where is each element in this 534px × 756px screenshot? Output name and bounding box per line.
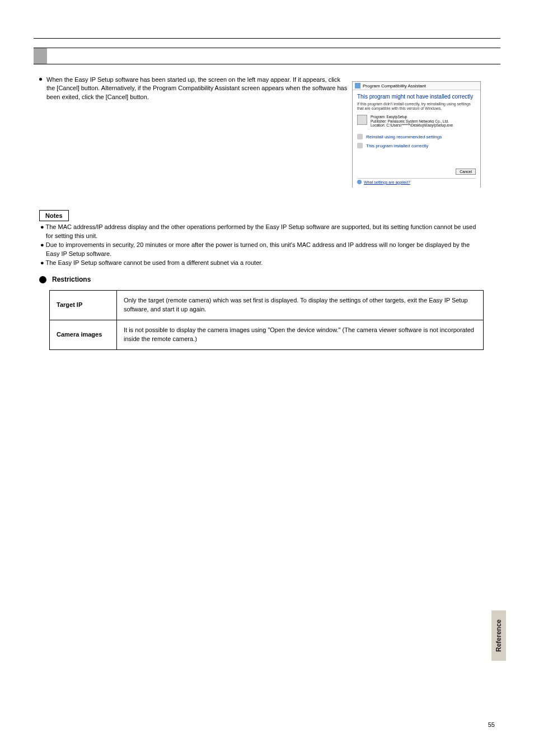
compat-option-installed[interactable]: This program installed correctly — [357, 141, 476, 150]
compat-subtext: If this program didn't install correctly… — [357, 102, 476, 111]
section-header-gray-box — [34, 48, 47, 64]
side-tab-label: Reference — [495, 619, 503, 652]
compat-heading: This program might not have installed co… — [357, 94, 476, 100]
notes-list: ● The MAC address/IP address display and… — [39, 223, 484, 268]
cell-target-ip-label: Target IP — [50, 291, 117, 320]
compat-window-icon — [355, 83, 360, 88]
info-icon — [357, 180, 362, 184]
side-tab-reference: Reference — [491, 610, 506, 661]
compat-window-titlebar: Program Compatibility Assistant — [353, 82, 480, 90]
compat-option-installed-label: This program installed correctly — [366, 143, 428, 148]
note-b: ● Due to improvements in security, 20 mi… — [46, 241, 484, 259]
notes-heading-box: Notes — [39, 210, 69, 221]
compat-option-reinstall-label: Reinstall using recommended settings — [366, 134, 442, 139]
cell-target-ip-desc: Only the target (remote camera) which wa… — [117, 291, 484, 320]
compat-assistant-screenshot: Program Compatibility Assistant This pro… — [352, 81, 481, 188]
solid-bullet-icon — [39, 276, 46, 283]
compat-publisher: Publisher: Panasonic System Networks Co.… — [371, 119, 453, 124]
note-a: ● The MAC address/IP address display and… — [46, 223, 484, 241]
compat-footer-link[interactable]: What settings are applied? — [357, 178, 476, 184]
note-c: ● The Easy IP Setup software cannot be u… — [46, 259, 484, 268]
table-row: Target IP Only the target (remote camera… — [50, 291, 484, 320]
page-top-rule — [34, 38, 500, 39]
arrow-icon — [357, 143, 363, 148]
cell-camera-images-label: Camera images — [50, 320, 117, 349]
page-number: 55 — [488, 721, 495, 728]
compat-footer-text: What settings are applied? — [364, 180, 410, 184]
bullet-dot-icon — [39, 78, 42, 81]
restrictions-table: Target IP Only the target (remote camera… — [49, 290, 484, 350]
compat-window-title: Program Compatibility Assistant — [363, 83, 426, 88]
compat-location: Location: C:\Users\******\Desktop\EasyIp… — [371, 123, 453, 128]
restrictions-heading: Restrictions — [52, 276, 91, 283]
restrictions-heading-row: Restrictions — [39, 276, 91, 283]
compat-program-name: Program: EasyIpSetup — [371, 115, 453, 119]
compat-program-icon — [357, 115, 367, 125]
compat-option-reinstall[interactable]: Reinstall using recommended settings — [357, 132, 476, 141]
table-row: Camera images It is not possible to disp… — [50, 320, 484, 349]
compat-cancel-button[interactable]: Cancel — [456, 169, 476, 175]
compat-program-block: Program: EasyIpSetup Publisher: Panasoni… — [357, 115, 476, 128]
cell-camera-images-desc: It is not possible to display the camera… — [117, 320, 484, 349]
shield-icon — [357, 134, 363, 139]
section-header-bar — [34, 48, 500, 64]
